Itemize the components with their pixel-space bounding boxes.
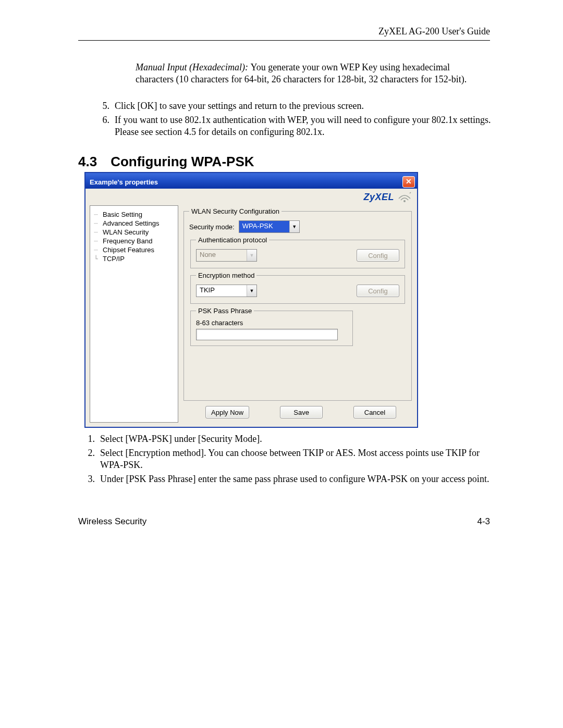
psk-passphrase-input[interactable] <box>196 329 338 340</box>
tree-item-advanced-settings[interactable]: ┈Advanced Settings <box>92 219 176 228</box>
svg-point-0 <box>404 201 405 202</box>
footer-right: 4-3 <box>477 516 490 527</box>
section-title: Configuring WPA-PSK <box>111 154 254 169</box>
bottom-ordered-list: 1.Select [WPA-PSK] under [Security Mode]… <box>79 433 490 485</box>
chevron-down-icon[interactable]: ▼ <box>289 221 299 232</box>
page-footer: Wireless Security 4-3 <box>78 516 490 527</box>
list-text: Select [Encryption method]. You can choo… <box>100 447 490 471</box>
page-header: ZyXEL AG-200 User's Guide <box>78 26 490 41</box>
svg-line-1 <box>410 192 411 193</box>
tree-item-chipset-features[interactable]: ┈Chipset Features <box>92 245 176 254</box>
section-heading: 4.3Configuring WPA-PSK <box>78 154 490 170</box>
tree-item-wlan-security[interactable]: ┈WLAN Security <box>92 228 176 237</box>
list-item: 2.Select [Encryption method]. You can ch… <box>79 447 490 471</box>
list-item: 6. If you want to use 802.1x authenticat… <box>94 114 490 138</box>
tree-item-tcpip[interactable]: └TCP/IP <box>92 254 176 263</box>
psk-passphrase-fieldset: PSK Pass Phrase 8-63 characters <box>190 307 353 346</box>
close-button[interactable]: ✕ <box>402 176 415 188</box>
list-number: 6. <box>94 114 115 138</box>
footer-left: Wireless Security <box>78 516 146 527</box>
tree-label: Chipset Features <box>103 246 154 254</box>
list-number: 2. <box>79 447 100 471</box>
list-item: 1.Select [WPA-PSK] under [Security Mode]… <box>79 433 490 445</box>
intro-lead: Manual Input (Hexadecimal): <box>136 62 250 72</box>
tree-label: WLAN Security <box>103 228 149 236</box>
encryption-method-value: TKIP <box>197 285 247 297</box>
cancel-button[interactable]: Cancel <box>353 406 396 418</box>
list-number: 5. <box>94 100 115 112</box>
section-number: 4.3 <box>78 154 97 169</box>
security-mode-combo[interactable]: WPA-PSK ▼ <box>239 220 300 233</box>
tree-label: Advanced Settings <box>103 219 159 227</box>
top-ordered-list: 5. Click [OK] to save your settings and … <box>94 100 490 138</box>
auth-protocol-combo: None ▼ <box>196 249 257 262</box>
dialog-titlebar[interactable]: Example's properties ✕ <box>85 173 417 189</box>
tree-item-basic-setting[interactable]: ┈Basic Setting <box>92 210 176 219</box>
list-item: 3.Under [PSK Pass Phrase] enter the same… <box>79 473 490 485</box>
config-pane: WLAN Security Configuration Security mod… <box>182 205 413 423</box>
tree-label: TCP/IP <box>103 255 125 263</box>
list-text: Select [WPA-PSK] under [Security Mode]. <box>100 433 490 445</box>
dialog-title: Example's properties <box>90 178 158 186</box>
save-button[interactable]: Save <box>280 406 323 418</box>
encryption-method-fieldset: Encryption method TKIP ▼ Config <box>190 272 405 304</box>
list-text: Click [OK] to save your settings and ret… <box>115 100 491 112</box>
wlan-security-fieldset: WLAN Security Configuration Security mod… <box>183 207 412 401</box>
intro-paragraph: Manual Input (Hexadecimal): You generate… <box>136 61 490 85</box>
psk-hint: 8-63 characters <box>196 319 347 327</box>
brand-row: ZyXEL <box>85 189 417 205</box>
settings-tree[interactable]: ┈Basic Setting ┈Advanced Settings ┈WLAN … <box>90 205 178 423</box>
auth-protocol-value: None <box>197 250 247 261</box>
security-mode-label: Security mode: <box>189 223 235 231</box>
fieldset-legend: WLAN Security Configuration <box>189 207 282 215</box>
chevron-down-icon[interactable]: ▼ <box>247 285 256 297</box>
auth-config-button: Config <box>357 249 399 262</box>
auth-protocol-fieldset: Authentication protocol None ▼ Config <box>190 236 405 268</box>
fieldset-legend: Authentication protocol <box>196 236 269 244</box>
apply-now-button[interactable]: Apply Now <box>205 406 249 418</box>
fieldset-legend: Encryption method <box>196 272 256 279</box>
tree-label: Frequency Band <box>103 237 152 245</box>
list-item: 5. Click [OK] to save your settings and … <box>94 100 490 112</box>
brand-logo: ZyXEL <box>363 192 394 203</box>
chevron-down-icon: ▼ <box>247 250 256 261</box>
wireless-icon <box>397 191 412 203</box>
encryption-method-combo[interactable]: TKIP ▼ <box>196 285 257 297</box>
list-text: If you want to use 802.1x authentication… <box>115 114 491 138</box>
dialog-button-row: Apply Now Save Cancel <box>182 404 413 423</box>
properties-dialog: Example's properties ✕ ZyXEL ┈Basic Sett… <box>84 172 418 428</box>
security-mode-value: WPA-PSK <box>239 221 289 232</box>
list-text: Under [PSK Pass Phrase] enter the same p… <box>100 473 490 485</box>
tree-item-frequency-band[interactable]: ┈Frequency Band <box>92 237 176 245</box>
list-number: 1. <box>79 433 100 445</box>
encryption-config-button: Config <box>357 285 399 297</box>
tree-label: Basic Setting <box>103 211 142 218</box>
fieldset-legend: PSK Pass Phrase <box>196 307 254 315</box>
list-number: 3. <box>79 473 100 485</box>
